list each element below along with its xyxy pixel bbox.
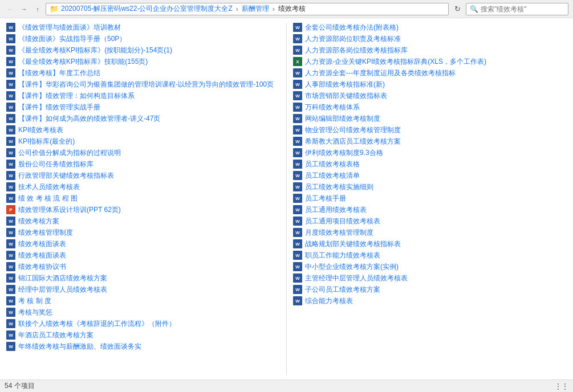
list-item[interactable]: W全套公司绩效考核办法(附表格) (291, 22, 568, 33)
list-item[interactable]: W员工考核手册 (291, 193, 568, 204)
word-icon: W (6, 137, 15, 146)
list-item[interactable]: W【课件】绩效管理实战手册 (5, 101, 282, 113)
file-name: 人力资源-企业关键KPI绩效考核指标辞典(XLS，多个工作表) (305, 57, 486, 67)
word-icon: W (293, 262, 302, 271)
list-item[interactable]: W员工绩效考核实施细则 (291, 181, 568, 193)
file-name: 《最全绩效考核KPI指标库》技职能(155页) (18, 57, 148, 67)
list-item[interactable]: W职员工作能力绩效考核表 (291, 250, 568, 261)
list-item[interactable]: W公司价值分解成为指标的过程说明 (5, 147, 282, 158)
list-item[interactable]: W技术人员绩效考核表 (5, 181, 282, 193)
list-item[interactable]: W万科绩效考核体系 (291, 101, 568, 113)
list-item[interactable]: W考核与奖惩 (5, 307, 282, 318)
list-item[interactable]: W绩效考核面谈表 (5, 238, 282, 250)
list-item[interactable]: W绩效考核协议书 (5, 261, 282, 272)
list-item[interactable]: W【绩效考核】年度工作总结 (5, 67, 282, 79)
list-item[interactable]: W员工绩效考核表格 (291, 158, 568, 170)
word-icon: W (6, 68, 15, 77)
list-item[interactable]: W《绩效管理与绩效面谈》培训教材 (5, 22, 282, 33)
list-item[interactable]: W绩 效 考 核 流 程 图 (5, 193, 282, 204)
list-item[interactable]: WKPI指标库(最全的) (5, 136, 282, 147)
file-name: 人力资源部各岗位绩效考核指标库 (305, 46, 408, 55)
list-item[interactable]: W绩效考核面谈表 (5, 250, 282, 261)
file-name: 员工绩效考核实施细则 (305, 182, 373, 192)
file-name: 伊利绩效考核制度9.3合格 (305, 148, 383, 158)
list-item[interactable]: W年酒店员工绩效考核方案 (5, 329, 282, 341)
file-name: 【绩效考核】年度工作总结 (18, 68, 100, 78)
word-icon: W (6, 103, 15, 112)
file-name: 【课件】如何成为高效的绩效管理者-讲义-47页 (18, 114, 160, 124)
list-item[interactable]: W伊利绩效考核制度9.3合格 (291, 147, 568, 158)
list-item[interactable]: W人力资源部岗位职责及考核标准 (291, 33, 568, 44)
file-name: 股份公司任务绩效指标库 (18, 160, 94, 169)
word-icon: W (6, 125, 15, 134)
file-name: 技术人员绩效考核表 (18, 182, 80, 192)
word-icon: W (6, 308, 15, 317)
list-item[interactable]: W中小型企业绩效考核方案(实例) (291, 261, 568, 272)
list-item[interactable]: W联接个人绩效考核《考核辞退的工作流程》（附件） (5, 318, 282, 329)
list-item[interactable]: W《最全绩效考核KPI指标库》(按职能划分)-154页(1) (5, 44, 282, 56)
list-item[interactable]: W《最全绩效考核KPI指标库》技职能(155页) (5, 56, 282, 67)
path-mid[interactable]: 薪酬管理 (242, 4, 269, 14)
file-name: 《绩效管理与绩效面谈》培训教材 (18, 23, 121, 32)
forward-button[interactable]: → (18, 3, 30, 15)
list-item[interactable]: W经理中层管理人员绩效考核表 (5, 284, 282, 295)
list-item[interactable]: P绩效管理体系设计培训(PPT 62页) (5, 204, 282, 215)
list-item[interactable]: W【课件】绩效管理：如何构造目标体系 (5, 90, 282, 101)
list-item[interactable]: W人事部绩效考核指标准(新) (291, 79, 568, 90)
list-item[interactable]: W月度绩效考核管理制度 (291, 227, 568, 238)
file-name: 月度绩效考核管理制度 (305, 228, 373, 238)
list-item[interactable]: W主管经理中层管理人员绩效考核表 (291, 272, 568, 284)
file-name: 年酒店员工绩效考核方案 (18, 330, 94, 340)
list-item[interactable]: W综合能力考核表 (291, 295, 568, 307)
list-item[interactable]: W员工通用项目绩效考核表 (291, 215, 568, 227)
list-item[interactable]: W年终绩效考核与薪酬激励、绩效面谈务实 (5, 341, 282, 352)
file-name: 【课件】华彩咨询公司为银善集团做的管理培训课程-以经营为导向的绩效管理-100页 (18, 80, 274, 89)
list-item[interactable]: W人力资源全套---年度制度运用及各类绩效考核指标 (291, 67, 568, 79)
list-item[interactable]: W人力资源部各岗位绩效考核指标库 (291, 44, 568, 56)
file-name: 【课件】绩效管理实战手册 (18, 103, 100, 112)
list-item[interactable]: W子公司员工绩效考核方案 (291, 284, 568, 295)
word-icon: W (293, 46, 302, 55)
list-item[interactable]: W股份公司任务绩效指标库 (5, 158, 282, 170)
path-root[interactable]: 20200705-解压密码ws22-公司企业办公室管理制度大全Z (61, 4, 233, 14)
list-item[interactable]: W战略规划部关键绩效考核指标表 (291, 238, 568, 250)
word-icon: W (6, 342, 15, 351)
word-icon: W (293, 205, 302, 214)
list-item[interactable]: W绩效考核方案 (5, 215, 282, 227)
address-bar[interactable]: 📁 20200705-解压密码ws22-公司企业办公室管理制度大全Z › 薪酬管… (46, 3, 449, 15)
file-name: 子公司员工绩效考核方案 (305, 285, 380, 295)
list-item[interactable]: W市场营销部关键绩效指标表 (291, 90, 568, 101)
list-item[interactable]: W行政管理部关键绩效考核指标表 (5, 170, 282, 181)
list-item[interactable]: W锦江国际大酒店绩效考核方案 (5, 272, 282, 284)
word-icon: W (293, 114, 302, 123)
search-bar[interactable]: 🔍 (466, 3, 568, 15)
list-item[interactable]: W物业管理公司绩效考核管理制度 (291, 124, 568, 136)
list-item[interactable]: X人力资源-企业关键KPI绩效考核指标辞典(XLS，多个工作表) (291, 56, 568, 67)
list-item[interactable]: W【课件】华彩咨询公司为银善集团做的管理培训课程-以经营为导向的绩效管理-100… (5, 79, 282, 90)
view-toggle: ⋮⋮ (555, 382, 568, 390)
word-icon: W (6, 80, 15, 89)
list-item[interactable]: W【课件】如何成为高效的绩效管理者-讲义-47页 (5, 113, 282, 124)
word-icon: W (6, 262, 15, 271)
search-input[interactable] (481, 5, 564, 13)
word-icon: W (293, 217, 302, 226)
word-icon: W (293, 239, 302, 248)
list-item[interactable]: W考 核 制 度 (5, 295, 282, 307)
file-name: 市场营销部关键绩效指标表 (305, 91, 387, 101)
list-item[interactable]: WKPI绩效考核表 (5, 124, 282, 136)
file-name: 绩效考核面谈表 (18, 251, 66, 260)
file-name: 年终绩效考核与薪酬激励、绩效面谈务实 (18, 342, 141, 352)
list-item[interactable]: W希斯教大酒店员工绩效考核方案 (291, 136, 568, 147)
list-item[interactable]: W员工通用绩效考核表 (291, 204, 568, 215)
back-button[interactable]: ← (5, 3, 16, 15)
file-name: 绩效考核协议书 (18, 262, 66, 272)
list-item[interactable]: W绩效考核管理制度 (5, 227, 282, 238)
list-item[interactable]: W员工绩效考核清单 (291, 170, 568, 181)
up-button[interactable]: ↑ (32, 3, 43, 15)
word-icon: W (293, 80, 302, 89)
word-icon: W (293, 148, 302, 157)
refresh-button[interactable]: ↻ (451, 3, 464, 15)
list-item[interactable]: W《绩效面谈》实战指导手册（50P） (5, 33, 282, 44)
word-icon: W (6, 228, 15, 237)
list-item[interactable]: W网站编辑部绩效考核制度 (291, 113, 568, 124)
